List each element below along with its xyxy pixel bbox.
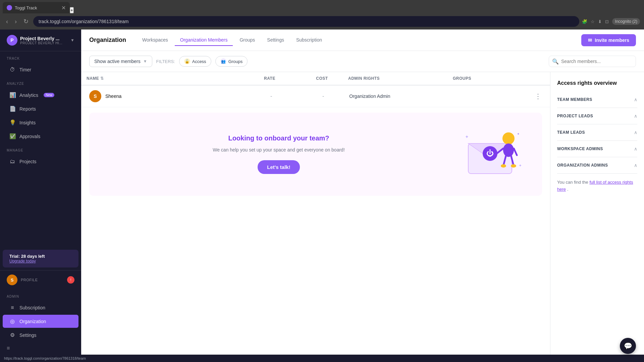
org-admins-chevron-icon: ∧	[634, 163, 637, 168]
onboard-title: Looking to onboard your team?	[228, 134, 329, 142]
tab-groups[interactable]: Groups	[234, 35, 260, 46]
approvals-icon: ✅	[9, 133, 15, 139]
filters-bar: Show active members ▼ FILTERS: 🔓 Access …	[81, 51, 644, 72]
sidebar-item-analytics[interactable]: 📊 Analytics New	[3, 88, 78, 102]
organization-label: Organization	[19, 319, 46, 324]
project-selector[interactable]: P Project Beverly ... PROJECT BEVERLY HI…	[7, 35, 74, 46]
right-panel: Access rights overview TEAM MEMBERS ∧ PR…	[550, 72, 644, 355]
sidebar-profile: S PROFILE !	[0, 270, 81, 289]
team-leads-section: TEAM LEADS ∧	[557, 126, 637, 141]
subscription-label: Subscription	[19, 305, 45, 310]
insights-label: Insights	[19, 120, 36, 125]
row-more-button[interactable]: ⋮	[533, 91, 543, 102]
nav-org-title: Organization	[89, 37, 126, 44]
svg-point-5	[503, 143, 514, 157]
sidebar-item-subscription[interactable]: ≡ Subscription	[3, 301, 78, 314]
col-cost-header: COST	[296, 76, 348, 81]
project-chevron-icon: ▼	[70, 38, 74, 43]
address-bar[interactable]	[33, 16, 579, 27]
tab-subscription[interactable]: Subscription	[291, 35, 327, 46]
projects-icon: 🗂	[9, 159, 15, 165]
back-button[interactable]: ‹	[4, 17, 10, 26]
dropdown-chevron-icon: ▼	[143, 59, 147, 64]
manage-section-label: MANAGE	[0, 143, 81, 155]
groups-filter-label: Groups	[228, 59, 243, 64]
svg-point-11	[511, 164, 516, 168]
search-input[interactable]	[549, 56, 636, 67]
member-cost: -	[297, 93, 349, 99]
bookmark-icon: ☆	[591, 19, 595, 24]
settings-icon: ⚙	[9, 332, 15, 338]
groups-filter-icon: 👥	[220, 58, 226, 64]
workspace-admins-section: WORKSPACE ADMINS ∧	[557, 142, 637, 157]
trial-title: Trial: 28 days left	[9, 254, 72, 259]
access-filter-chip[interactable]: 🔓 Access	[179, 56, 211, 67]
invite-members-button[interactable]: ✉ Invite members	[581, 34, 636, 46]
svg-text:✦: ✦	[517, 132, 520, 136]
organization-icon: ◎	[9, 318, 15, 324]
settings-label: Settings	[19, 333, 37, 338]
upgrade-link[interactable]: Upgrade today	[9, 259, 72, 263]
svg-text:✦: ✦	[465, 134, 469, 139]
analytics-badge: New	[44, 93, 54, 97]
invite-icon: ✉	[588, 38, 592, 43]
tab-settings[interactable]: Settings	[262, 35, 289, 46]
main-content: Organization Workspaces Organization Mem…	[81, 29, 644, 355]
table-header: NAME ⇅ RATE COST ADMIN RIGHTS GROUPS	[81, 72, 550, 85]
analyze-section-label: ANALYZE	[0, 76, 81, 88]
avatar: S	[7, 275, 17, 285]
timer-label: Timer	[19, 67, 31, 72]
project-leads-section: PROJECT LEADS ∧	[557, 109, 637, 124]
access-filter-icon: 🔓	[184, 58, 190, 64]
filters-label: FILTERS:	[156, 59, 175, 64]
col-rate-header: RATE	[244, 76, 296, 81]
show-members-label: Show active members	[94, 59, 141, 64]
sidebar-item-approvals[interactable]: ✅ Approvals	[3, 130, 78, 143]
team-leads-chevron-icon: ∧	[634, 130, 637, 135]
browser-tab[interactable]: Toggl Track ✕	[3, 2, 70, 13]
project-sub: PROJECT BEVERLY HI...	[20, 41, 62, 45]
sidebar-item-reports[interactable]: 📄 Reports	[3, 102, 78, 115]
team-leads-label: TEAM LEADS	[557, 130, 585, 135]
tab-organization-members[interactable]: Organization Members	[175, 35, 233, 46]
sidebar-item-insights[interactable]: 💡 Insights	[3, 116, 78, 129]
col-admin-header: ADMIN RIGHTS	[348, 76, 453, 81]
notification-badge: !	[67, 276, 74, 284]
project-leads-chevron-icon: ∧	[634, 113, 637, 119]
projects-label: Projects	[19, 159, 37, 164]
team-members-section: TEAM MEMBERS ∧	[557, 93, 637, 108]
member-admin-rights: Organization Admin	[349, 94, 453, 99]
member-name: Sheena	[105, 94, 121, 99]
timer-icon: ⏱	[9, 67, 15, 73]
approvals-label: Approvals	[19, 134, 40, 139]
tab-close-button[interactable]: ✕	[61, 5, 66, 11]
member-avatar: S	[89, 90, 101, 102]
svg-line-7	[514, 148, 517, 155]
onboard-description: We can help you set up your space and ge…	[213, 146, 345, 154]
chat-widget-button[interactable]: 💬	[620, 338, 636, 354]
browser-menu-icon: ⊡	[605, 19, 609, 24]
incognito-badge: Incognito (2)	[612, 18, 640, 25]
show-members-dropdown[interactable]: Show active members ▼	[89, 56, 152, 67]
forward-button[interactable]: ›	[13, 17, 19, 26]
new-tab-button[interactable]: +	[70, 7, 74, 13]
project-leads-label: PROJECT LEADS	[557, 114, 593, 118]
sidebar-item-organization[interactable]: ◎ Organization	[3, 315, 78, 328]
sidebar-item-projects[interactable]: 🗂 Projects	[3, 155, 78, 168]
track-section-label: TRACK	[0, 51, 81, 63]
tab-title: Toggl Track	[15, 5, 37, 10]
sidebar-toggle[interactable]: ≡	[0, 342, 81, 355]
refresh-button[interactable]: ↻	[21, 16, 31, 26]
groups-filter-chip[interactable]: 👥 Groups	[215, 56, 248, 67]
analytics-label: Analytics	[19, 93, 38, 98]
onboard-illustration: ⏻	[455, 123, 529, 185]
profile-label: PROFILE	[21, 278, 38, 282]
reports-icon: 📄	[9, 106, 15, 112]
sidebar-item-timer[interactable]: ⏱ Timer	[3, 63, 78, 76]
nav-tabs: Workspaces Organization Members Groups S…	[137, 35, 571, 46]
team-members-chevron-icon: ∧	[634, 97, 637, 102]
tab-workspaces[interactable]: Workspaces	[137, 35, 173, 46]
onboard-cta-button[interactable]: Let's talk!	[258, 160, 300, 174]
sidebar-item-settings[interactable]: ⚙ Settings	[3, 328, 78, 342]
sort-icon: ⇅	[100, 76, 104, 81]
